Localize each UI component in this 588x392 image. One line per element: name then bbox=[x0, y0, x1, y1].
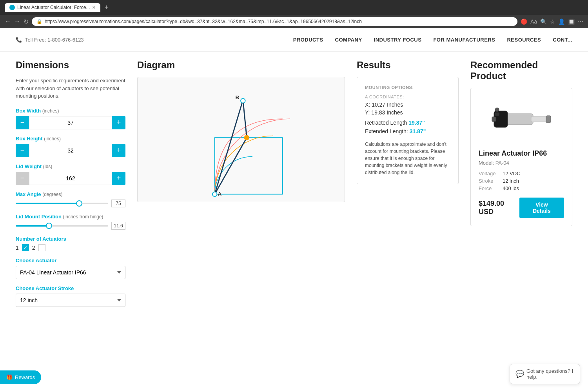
box-width-field: Box Width (inches) − + bbox=[16, 108, 125, 129]
diagram-container: A B bbox=[137, 77, 345, 202]
box-width-input[interactable] bbox=[29, 116, 112, 129]
spec-force: Force 400 lbs bbox=[479, 185, 564, 191]
lid-mount-slider[interactable] bbox=[16, 225, 108, 227]
browser-action-icons: 🔴 Aa 🔍 ☆ 👤 🔲 ⋯ bbox=[521, 18, 583, 25]
nav-industry-focus[interactable]: INDUSTRY FOCUS bbox=[374, 37, 422, 43]
stroke-value: 12 inch bbox=[503, 178, 519, 184]
product-image-container bbox=[479, 96, 564, 143]
actuator-count-2-label: 2 bbox=[32, 245, 35, 251]
svg-rect-0 bbox=[215, 138, 283, 194]
retracted-length-label: Retracted Length bbox=[365, 120, 407, 126]
new-tab-button[interactable]: + bbox=[102, 4, 111, 12]
svg-rect-13 bbox=[495, 113, 499, 116]
refresh-button[interactable]: ↻ bbox=[24, 18, 29, 25]
num-actuators-field: Number of Actuators 1 ✓ 2 bbox=[16, 236, 125, 251]
phone-number: Toll Free: 1-800-676-6123 bbox=[25, 37, 84, 43]
box-width-decrement[interactable]: − bbox=[16, 116, 29, 129]
dimensions-panel: Dimensions Enter your specific requireme… bbox=[16, 60, 125, 313]
back-button[interactable]: ← bbox=[5, 18, 11, 25]
site-navigation: PRODUCTS COMPANY INDUSTRY FOCUS FOR MANU… bbox=[293, 37, 572, 43]
num-actuators-options: 1 ✓ 2 bbox=[16, 244, 125, 251]
address-bar[interactable]: 🔒 https://www.progressiveautomations.com… bbox=[32, 17, 517, 26]
box-height-increment[interactable]: + bbox=[112, 144, 125, 157]
box-width-increment[interactable]: + bbox=[112, 116, 125, 129]
tab-close-icon[interactable]: ✕ bbox=[92, 5, 96, 10]
choose-actuator-field: Choose Actuator PA-04 Linear Actuator IP… bbox=[16, 258, 125, 279]
retracted-length: Retracted Length 19.87" bbox=[365, 120, 450, 126]
results-card: MOUNTING OPTIONS: A COORDINATES: X: 10.2… bbox=[357, 77, 459, 184]
product-title: Recommended Product bbox=[470, 60, 572, 82]
lid-weight-decrement[interactable]: − bbox=[16, 172, 29, 185]
retracted-length-value: 19.87" bbox=[408, 120, 425, 126]
voltage-value: 12 VDC bbox=[503, 171, 521, 176]
spec-voltage: Voltage 12 VDC bbox=[479, 171, 564, 176]
max-angle-slider[interactable] bbox=[16, 203, 108, 204]
phone-icon: 📞 bbox=[16, 37, 22, 43]
svg-point-6 bbox=[241, 98, 245, 103]
diagram-panel: Diagram bbox=[137, 60, 345, 313]
results-note: Calculations are approximate and don't a… bbox=[365, 141, 450, 176]
stroke-select[interactable]: 12 inch bbox=[16, 294, 125, 307]
product-specs: Voltage 12 VDC Stroke 12 inch Force 400 … bbox=[479, 171, 564, 191]
site-header: 📞 Toll Free: 1-800-676-6123 PRODUCTS COM… bbox=[0, 28, 588, 52]
nav-products[interactable]: PRODUCTS bbox=[293, 37, 323, 43]
x-value: 10.27 Inches bbox=[372, 102, 403, 108]
y-label: Y: bbox=[365, 109, 370, 116]
mounting-options-label: MOUNTING OPTIONS: bbox=[365, 85, 450, 90]
box-height-decrement[interactable]: − bbox=[16, 144, 29, 157]
browser-chrome: Linear Actuator Calculator: Force... ✕ + bbox=[0, 0, 588, 15]
lid-mount-label: Lid Mount Position (inches from hinge) bbox=[16, 214, 125, 220]
product-panel: Recommended Product bbox=[470, 60, 572, 313]
results-title: Results bbox=[357, 60, 459, 71]
dimensions-title: Dimensions bbox=[16, 60, 125, 71]
force-value: 400 lbs bbox=[503, 185, 519, 191]
box-width-label: Box Width (inches) bbox=[16, 108, 125, 114]
choose-actuator-label: Choose Actuator bbox=[16, 258, 125, 263]
y-value: 19.83 Inches bbox=[371, 109, 403, 116]
reader-icon[interactable]: Aa bbox=[530, 18, 537, 25]
nav-resources[interactable]: RESOURCES bbox=[507, 37, 541, 43]
profile-icon[interactable]: 👤 bbox=[558, 18, 565, 25]
menu-icon[interactable]: ⋯ bbox=[578, 18, 583, 25]
lid-weight-label: Lid Weight (lbs) bbox=[16, 163, 125, 169]
results-panel: Results MOUNTING OPTIONS: A COORDINATES:… bbox=[357, 60, 459, 313]
svg-rect-11 bbox=[546, 116, 551, 123]
svg-text:A: A bbox=[218, 191, 221, 197]
a-coordinates-label: A COORDINATES: bbox=[365, 94, 450, 99]
extension2-icon[interactable]: 🔲 bbox=[568, 18, 575, 25]
extension-icon[interactable]: 🔴 bbox=[521, 18, 527, 25]
box-height-field: Box Height (inches) − + bbox=[16, 136, 125, 157]
actuator-select[interactable]: PA-04 Linear Actuator IP66 bbox=[16, 266, 125, 279]
actuator-count-1-checkbox[interactable]: ✓ bbox=[22, 244, 29, 251]
product-name: Linear Actuator IP66 bbox=[479, 149, 564, 158]
svg-point-14 bbox=[495, 108, 499, 112]
main-content: Dimensions Enter your specific requireme… bbox=[0, 52, 588, 321]
max-angle-value: 75 bbox=[111, 200, 125, 207]
forward-button[interactable]: → bbox=[14, 18, 20, 25]
active-tab[interactable]: Linear Actuator Calculator: Force... ✕ bbox=[5, 3, 100, 12]
box-height-input[interactable] bbox=[29, 144, 112, 157]
url-text: https://www.progressiveautomations.com/p… bbox=[45, 19, 362, 24]
browser-tabs: Linear Actuator Calculator: Force... ✕ + bbox=[5, 3, 111, 12]
diagram-title: Diagram bbox=[137, 60, 345, 71]
actuator-count-2-checkbox[interactable] bbox=[38, 244, 45, 251]
lid-mount-slider-row: 11.6 bbox=[16, 222, 125, 230]
nav-for-manufacturers[interactable]: FOR MANUFACTURERS bbox=[433, 37, 495, 43]
box-height-input-row: − + bbox=[16, 144, 125, 157]
svg-point-4 bbox=[212, 192, 217, 197]
nav-company[interactable]: COMPANY bbox=[335, 37, 362, 43]
actuator-count-1-label: 1 bbox=[16, 245, 19, 251]
lid-mount-value: 11.6 bbox=[111, 222, 125, 230]
view-details-button[interactable]: View Details bbox=[519, 198, 564, 218]
zoom-icon[interactable]: 🔍 bbox=[540, 18, 547, 25]
lid-weight-input[interactable] bbox=[29, 172, 112, 185]
star-icon[interactable]: ☆ bbox=[550, 18, 555, 25]
lid-weight-increment[interactable]: + bbox=[112, 172, 125, 185]
box-height-label: Box Height (inches) bbox=[16, 136, 125, 142]
box-width-input-row: − + bbox=[16, 116, 125, 129]
product-price: $149.00 USD bbox=[479, 200, 519, 216]
nav-contact[interactable]: CONT... bbox=[553, 37, 572, 43]
svg-text:B: B bbox=[236, 94, 240, 100]
svg-line-2 bbox=[243, 100, 247, 138]
tab-favicon bbox=[9, 5, 15, 10]
